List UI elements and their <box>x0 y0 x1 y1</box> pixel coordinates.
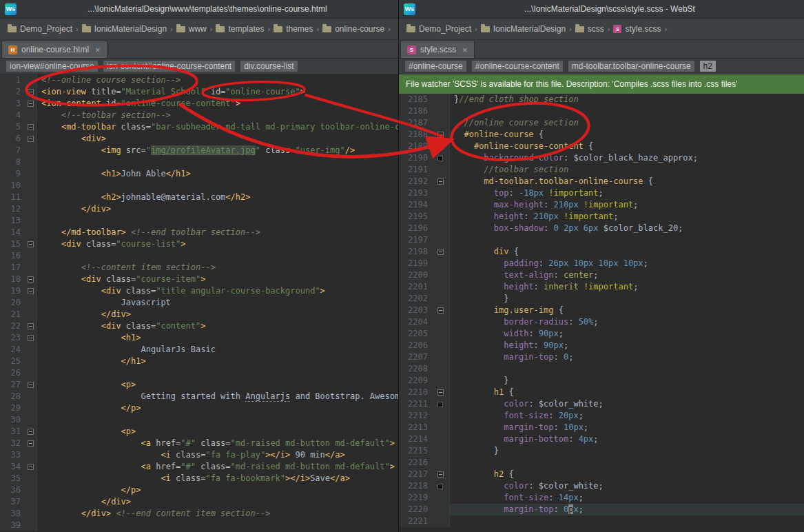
code-text: <i class="fa fa-play"></i> 90 min</a> <box>37 449 398 461</box>
code-text: Getting started with Angularjs and Boots… <box>37 391 398 402</box>
fold-marker-icon[interactable] <box>28 136 34 142</box>
fold-marker-icon[interactable] <box>437 307 444 314</box>
file-watcher-banner: File watcher 'SCSS' is available for thi… <box>399 74 804 94</box>
code-text: <a href="#" class="md-raised md-button m… <box>37 438 398 449</box>
close-icon[interactable]: × <box>95 45 101 54</box>
breadcrumb-item-demo_project[interactable]: Demo_Project <box>404 23 473 35</box>
structure-crumb[interactable]: #online-course-content <box>472 61 563 72</box>
fold-marker-icon[interactable] <box>28 101 34 107</box>
breadcrumb-item-ionicmaterialdesign[interactable]: IonicMaterialDesign <box>80 23 169 35</box>
token-txt <box>579 200 584 209</box>
color-swatch-icon[interactable] <box>437 402 443 407</box>
structure-crumb[interactable]: #online-course <box>405 61 466 72</box>
code-text: margin-top: 0; <box>450 351 804 363</box>
fold-marker-icon[interactable] <box>437 143 444 150</box>
token-pun: ; <box>564 340 568 350</box>
chevron-right-icon: › <box>267 25 270 33</box>
titlebar-left[interactable]: Ws ...\IonicMaterialDesign\www\templates… <box>0 0 398 19</box>
token-num: 10px <box>564 422 584 432</box>
token-tag: <p> <box>121 380 136 389</box>
line-number: 8 <box>0 156 24 168</box>
breadcrumb-item-www[interactable]: www <box>174 23 209 35</box>
gutter <box>24 520 37 531</box>
fold-marker-icon[interactable] <box>28 323 34 329</box>
fold-marker-icon[interactable] <box>437 389 444 396</box>
code-text: border-radius: 50%; <box>450 316 804 328</box>
gutter <box>24 215 37 227</box>
code-text: <h1>John Able</h1> <box>37 168 398 180</box>
fold-marker-icon[interactable] <box>28 124 34 130</box>
code-text: font-size: 14px; <box>450 492 804 504</box>
line-number: 2211 <box>399 398 431 410</box>
line-number: 4 <box>0 110 24 121</box>
webstorm-logo-icon: Ws <box>5 3 17 15</box>
breadcrumb-label: templates <box>228 24 264 34</box>
code-text: <div class="course-item"> <box>37 274 398 285</box>
fold-marker-icon[interactable] <box>437 471 444 478</box>
structure-crumb[interactable]: h2 <box>700 61 716 72</box>
token-tag: </p> <box>121 403 141 413</box>
line-number: 38 <box>0 508 24 520</box>
tab-style-scss[interactable]: S style.scss × <box>400 41 475 58</box>
breadcrumb-item-templates[interactable]: templates <box>214 23 266 35</box>
fold-marker-icon[interactable] <box>28 89 34 95</box>
token-tag: <a <box>141 462 151 471</box>
code-line: 2218 color: $color_white; <box>399 480 804 492</box>
code-text: } <box>450 293 804 305</box>
fold-marker-icon[interactable] <box>28 276 34 283</box>
token-num: 4px <box>579 434 594 444</box>
fold-marker-icon[interactable] <box>28 288 34 294</box>
code-text: top: -18px !important; <box>450 187 804 199</box>
breadcrumb-item-themes[interactable]: themes <box>271 23 315 35</box>
fold-marker-icon[interactable] <box>28 429 34 435</box>
token-tag: </div> <box>101 309 131 319</box>
line-number: 2199 <box>399 258 431 269</box>
gutter <box>431 269 450 281</box>
code-line: 20 Javascript <box>0 297 398 309</box>
gutter <box>24 274 37 285</box>
line-number: 2204 <box>399 316 431 328</box>
chevron-right-icon: › <box>569 25 572 33</box>
token-num: 50% <box>579 317 594 327</box>
fold-marker-icon[interactable] <box>28 241 34 247</box>
fold-marker-icon[interactable] <box>437 132 444 138</box>
breadcrumb-item-style.scss[interactable]: Sstyle.scss <box>611 23 663 35</box>
close-icon[interactable]: × <box>462 45 468 54</box>
token-tag: <div <box>61 239 81 249</box>
color-swatch-icon[interactable] <box>437 484 443 489</box>
code-editor-scss[interactable]: 2185}//end cloth shop section21862187 //… <box>399 94 804 532</box>
titlebar-right[interactable]: Ws ...\IonicMaterialDesign\scss\style.sc… <box>399 0 804 19</box>
fold-marker-icon[interactable] <box>437 249 444 255</box>
token-prop: border-radius <box>504 317 568 327</box>
gutter <box>431 223 450 234</box>
fold-marker-icon[interactable] <box>28 382 34 388</box>
tab-online-course-html[interactable]: H online-course.html × <box>1 41 107 58</box>
fold-marker-icon[interactable] <box>28 335 34 341</box>
code-line: 2189 #online-course-content { <box>399 141 804 152</box>
line-number: 6 <box>0 133 24 145</box>
breadcrumb-item-scss[interactable]: scss <box>573 23 606 35</box>
breadcrumb-item-demo_project[interactable]: Demo_Project <box>6 23 74 35</box>
code-text: box-shadow: 0 2px 6px $color_black_20; <box>450 223 804 234</box>
structure-crumb[interactable]: div.course-list <box>240 61 297 72</box>
chevron-right-icon: › <box>210 25 213 33</box>
token-imp: !important <box>584 200 633 209</box>
breadcrumb-bar-left: Demo_Project›IonicMaterialDesign›www›tem… <box>0 19 398 40</box>
fold-marker-icon[interactable] <box>28 440 34 447</box>
gutter <box>431 328 450 340</box>
fold-marker-icon[interactable] <box>437 178 444 185</box>
code-line: 2220 margin-top: 0px; <box>399 504 804 515</box>
code-editor-html[interactable]: 1<!--online course section-->2<ion-view … <box>0 74 398 532</box>
token-tag: </div> <box>81 509 111 518</box>
token-tag: </div> <box>81 204 111 214</box>
breadcrumb-item-online-course[interactable]: online-course <box>320 23 386 35</box>
fold-marker-icon[interactable] <box>28 464 34 470</box>
structure-crumb[interactable]: ion-view#online-course <box>6 61 98 72</box>
structure-crumb[interactable]: ion-content#online-course-content <box>103 61 235 72</box>
breadcrumb-item-ionicmaterialdesign[interactable]: IonicMaterialDesign <box>479 23 568 35</box>
gutter <box>431 176 450 187</box>
structure-bar-left: ion-view#online-courseion-content#online… <box>0 59 398 74</box>
color-swatch-icon[interactable] <box>437 156 443 161</box>
token-sel: #online-course-content <box>474 141 584 151</box>
structure-crumb[interactable]: md-toolbar.toolbar-online-course <box>568 61 694 72</box>
